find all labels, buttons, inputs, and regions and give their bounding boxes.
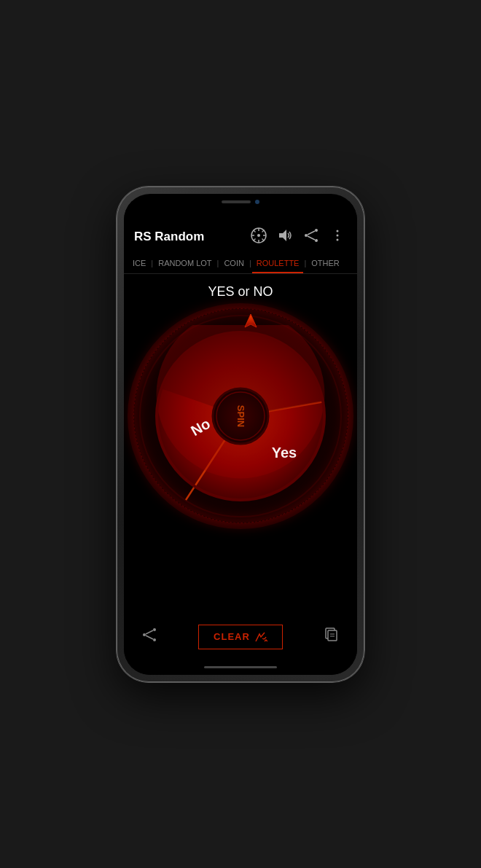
- svg-line-15: [308, 236, 315, 240]
- tab-random-lot[interactable]: RANDOM LOT: [154, 253, 216, 273]
- svg-point-18: [337, 238, 339, 241]
- svg-point-30: [153, 638, 156, 641]
- clear-button[interactable]: CLEAR: [198, 625, 283, 649]
- sound-icon[interactable]: [275, 226, 294, 249]
- svg-point-17: [337, 234, 339, 236]
- home-bar: [204, 666, 277, 668]
- svg-point-13: [305, 234, 308, 237]
- tab-coin[interactable]: COIN: [219, 253, 249, 273]
- home-indicator: [124, 660, 357, 675]
- svg-text:SPIN: SPIN: [235, 404, 246, 426]
- svg-line-14: [308, 231, 315, 235]
- tab-roulette[interactable]: ROULETTE: [252, 253, 304, 273]
- svg-point-1: [257, 234, 260, 237]
- wheel-container[interactable]: SPIN No Yes: [131, 307, 350, 525]
- history-icon[interactable]: [324, 627, 340, 646]
- svg-point-16: [337, 230, 339, 232]
- bottom-bar: CLEAR: [124, 614, 357, 660]
- roulette-wheel[interactable]: SPIN No Yes: [149, 325, 332, 507]
- app-title: RS Random: [134, 230, 242, 244]
- svg-point-31: [143, 633, 146, 636]
- share-icon[interactable]: [302, 226, 321, 249]
- svg-point-11: [315, 229, 318, 232]
- svg-text:Yes: Yes: [272, 445, 297, 461]
- clear-icon: [254, 631, 267, 643]
- notch: [197, 194, 284, 210]
- svg-line-33: [146, 636, 153, 639]
- phone-screen: RS Random: [124, 194, 357, 675]
- svg-point-12: [315, 239, 318, 242]
- svg-point-29: [153, 628, 156, 631]
- camera: [255, 200, 259, 204]
- phone-frame: RS Random: [117, 187, 364, 682]
- svg-line-32: [146, 630, 153, 634]
- svg-rect-35: [328, 630, 337, 641]
- nav-tabs: ICE | RANDOM LOT | COIN | ROULETTE | OTH…: [124, 253, 357, 274]
- clear-label: CLEAR: [214, 631, 250, 642]
- main-content: YES or NO: [124, 274, 357, 614]
- header: RS Random: [124, 222, 357, 253]
- roulette-title: YES or NO: [208, 284, 273, 300]
- svg-marker-28: [245, 314, 257, 327]
- more-icon[interactable]: [328, 226, 347, 249]
- tab-ice[interactable]: ICE: [128, 253, 150, 273]
- wheel-icon[interactable]: [249, 226, 268, 249]
- speaker: [222, 200, 251, 203]
- tab-other[interactable]: OTHER: [307, 253, 344, 273]
- svg-marker-10: [279, 230, 286, 241]
- share-bottom-icon[interactable]: [141, 627, 157, 646]
